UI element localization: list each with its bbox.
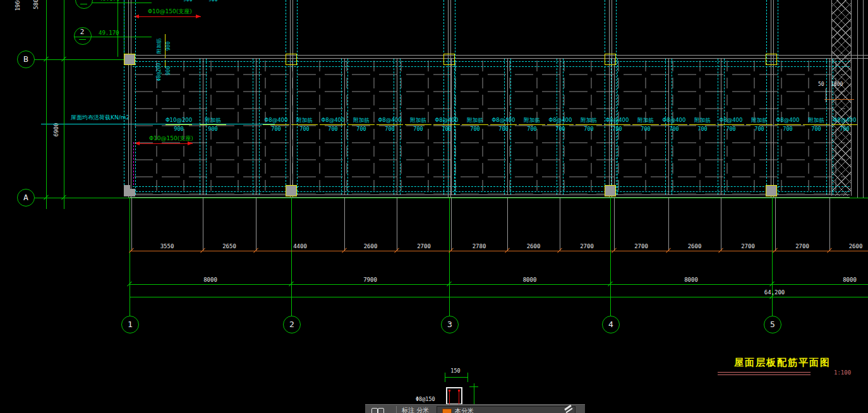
sub-7-d1 [611, 59, 612, 195]
band-num-7: 700 [413, 126, 423, 132]
level-value-upper: 49.070 [99, 0, 120, 2]
dim1-label-0: 3550 [160, 244, 174, 249]
app-icon[interactable] [371, 408, 378, 413]
drawing-scale: 1:100 [834, 370, 851, 376]
vertical-group-1-num: 900 [166, 37, 171, 55]
support-bar-note-top: Φ10@150(支座) [148, 9, 192, 15]
grid-col-2-d2 [455, 0, 455, 195]
band-underline-0 [166, 124, 192, 125]
band-label-4: Φ8@400 [322, 117, 345, 123]
sub-9-d1 [718, 59, 718, 195]
ext1-5 [451, 197, 452, 251]
band-num-16: 700 [669, 126, 678, 132]
sub-10 [829, 59, 830, 195]
grid-col-0-d1 [124, 0, 124, 195]
band-label-9: 附加筋 [467, 117, 483, 123]
bottom-toolbar[interactable]: 标注 分米 本分米 [365, 404, 585, 413]
grid-col-1-d1 [286, 0, 286, 195]
col-corner-A1-b [124, 185, 130, 196]
band-underline-17 [689, 124, 716, 125]
dim1-line [130, 251, 868, 251]
band-label-6: Φ8@400 [378, 117, 402, 123]
band-num-8: 700 [442, 126, 451, 132]
grid-bubble-A: A [17, 189, 35, 206]
dim1-label-6: 2600 [527, 244, 541, 249]
band-num-14: 700 [612, 126, 622, 132]
top-900-b: 900 [208, 0, 217, 3]
support-dim-top-arrow-r [196, 15, 201, 18]
vertical-group-1-label: 附加筋 [157, 35, 162, 57]
band-underline-14 [604, 124, 630, 125]
band-num-22: 700 [840, 126, 849, 132]
sub-8-d1 [665, 59, 666, 195]
toolbar-panel[interactable]: 本分米 [437, 406, 576, 413]
sub-2 [344, 59, 345, 195]
col-sq-bot-5 [766, 185, 777, 196]
ext1-9 [668, 197, 669, 251]
band-underline-9 [462, 124, 488, 125]
level-bubble-upper-dash [80, 4, 87, 4]
row-spacing-dim: 6900 [54, 117, 59, 143]
col-sq-top-4 [605, 54, 616, 65]
beam-top-2 [130, 58, 868, 59]
band-num-4: 700 [328, 126, 337, 132]
support-bar-note-mid: Φ10@150(支座) [149, 136, 193, 141]
band-label-14: Φ8@400 [606, 117, 629, 123]
sub-10-d2 [833, 59, 833, 195]
grid-col-2-stem [449, 198, 450, 316]
support-dim-top [134, 16, 201, 17]
vertical-group-2-num: 900 [166, 62, 171, 80]
dim-50: 50 [818, 82, 824, 87]
vertical-group-2-label: Φ8@200 [157, 59, 162, 85]
band-label-12: Φ8@400 [549, 117, 572, 123]
tl-ext-1 [118, 0, 118, 57]
drawing-title: 屋面层板配筋平面图 [734, 358, 831, 368]
dim1-label-7: 2700 [580, 244, 594, 249]
grid-col-1-b [292, 0, 293, 198]
band-underline-12 [547, 124, 574, 125]
app-icon-2[interactable] [378, 408, 384, 413]
band-underline-21 [803, 124, 829, 125]
grid-col-4-a [771, 0, 771, 198]
grid-col-4-stem [772, 198, 773, 316]
ext1-4 [397, 197, 397, 251]
band-num-12: 700 [555, 126, 565, 132]
dim2-label-3: 8000 [684, 277, 698, 283]
band-underline-10 [490, 124, 517, 125]
band-underline-11 [519, 124, 545, 125]
ext1-3 [344, 197, 345, 251]
grid-bubble-4: 4 [602, 316, 620, 333]
beam-bot-dash-2 [133, 191, 850, 192]
detail-stirrup-right [459, 390, 459, 404]
sub-0-d2 [206, 59, 207, 195]
band-label-8: Φ8@400 [435, 117, 459, 123]
detail-height-tick [469, 386, 478, 387]
col-sq-top-5 [766, 54, 777, 65]
ext1-12 [829, 197, 830, 251]
dim2-label-1: 7900 [363, 277, 377, 283]
band-label-20: Φ8@400 [776, 117, 800, 123]
toolbar-panel-label: 本分米 [455, 408, 474, 413]
beam-bot-1 [130, 195, 850, 195]
grid-bubble-1: 1 [121, 316, 139, 333]
col-sq-top-2 [286, 54, 297, 65]
detail-width-dim: 150 [444, 368, 467, 374]
sub-2-d1 [341, 59, 342, 195]
toolbar-left-label[interactable]: 标注 分米 [402, 407, 429, 413]
band-underline-20 [775, 124, 801, 125]
dim1-label-10: 2700 [741, 244, 755, 249]
sub-1 [256, 59, 256, 195]
band-label-11: 附加筋 [524, 117, 540, 123]
sub-10-d1 [826, 59, 827, 195]
level-2-leader [74, 37, 152, 37]
right-edge-1 [857, 0, 858, 198]
level-bubble-2-dash [79, 39, 86, 40]
band-label-1: 附加筋 [205, 117, 221, 123]
top-900-a: 900 [183, 0, 192, 3]
col-sq-top-1 [124, 54, 135, 65]
sub-3-d2 [400, 59, 401, 195]
grid-bubble-B: B [17, 51, 35, 68]
grid-col-4-d2 [778, 0, 778, 195]
dim1-label-2: 4400 [293, 244, 307, 249]
band-num-5: 700 [356, 126, 366, 132]
